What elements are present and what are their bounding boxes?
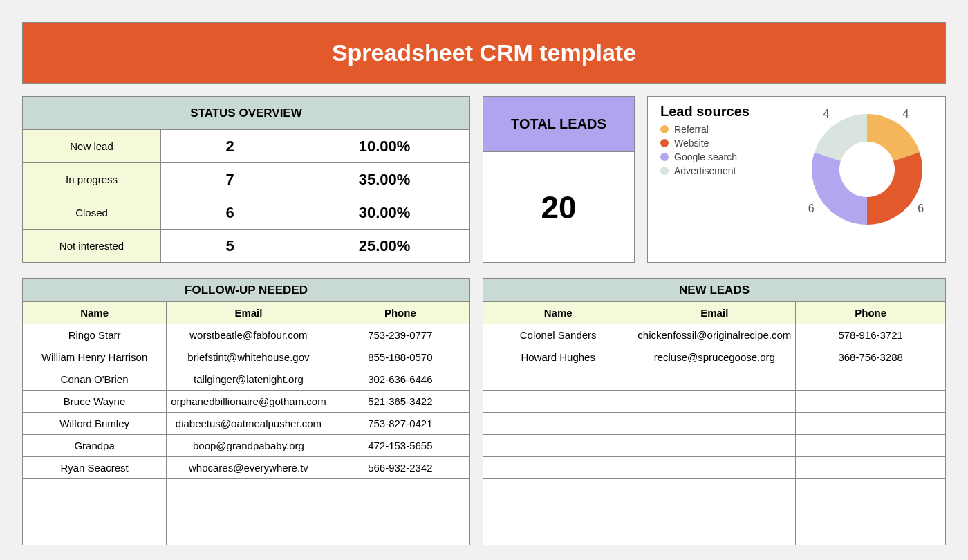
followup-col-phone[interactable]: Phone — [331, 302, 469, 324]
status-row-pct[interactable]: 25.00% — [299, 230, 470, 263]
status-row-label[interactable]: Not interested — [23, 230, 161, 263]
cell-email[interactable]: worstbeatle@fabfour.com — [167, 324, 331, 346]
legend-swatch — [660, 125, 669, 133]
legend-swatch — [660, 139, 669, 147]
cell-phone[interactable]: 578-916-3721 — [796, 324, 946, 346]
status-row-count[interactable]: 7 — [161, 163, 299, 196]
total-leads-card: TOTAL LEADS 20 — [483, 96, 635, 263]
table-row[interactable]: William Henry Harrisonbriefstint@whiteho… — [23, 346, 470, 368]
legend-label: Website — [674, 138, 709, 149]
cell-phone[interactable]: 472-153-5655 — [331, 435, 469, 457]
status-overview-table: STATUS OVERVIEW New lead210.00%In progre… — [22, 96, 470, 263]
newleads-header: NEW LEADS — [483, 279, 946, 302]
cell-name[interactable]: Wilford Brimley — [23, 413, 167, 435]
table-row[interactable]: Bruce Wayneorphanedbillionaire@gotham.co… — [23, 391, 470, 413]
cell-email[interactable]: whocares@everywhere.tv — [167, 457, 331, 479]
table-row-empty[interactable] — [23, 501, 470, 523]
newleads-table: NEW LEADS Name Email Phone Colonel Sande… — [483, 278, 946, 545]
newleads-col-name[interactable]: Name — [483, 302, 633, 324]
table-row-empty[interactable] — [23, 479, 470, 501]
total-leads-header: TOTAL LEADS — [483, 97, 634, 152]
donut-slice — [867, 152, 922, 225]
cell-email[interactable]: briefstint@whitehouse.gov — [167, 346, 331, 368]
followup-table: FOLLOW-UP NEEDED Name Email Phone Ringo … — [22, 278, 470, 545]
status-row-label[interactable]: New lead — [23, 130, 161, 163]
table-row[interactable]: Conan O'Brientallginger@latenight.org302… — [23, 368, 470, 391]
legend-item: Advertisement — [660, 165, 801, 176]
legend-item: Referral — [660, 124, 801, 135]
donut-slice — [867, 114, 920, 161]
table-row[interactable]: Wilford Brimleydiabeetus@oatmealpusher.c… — [23, 413, 470, 435]
cell-email[interactable]: tallginger@latenight.org — [167, 368, 331, 391]
status-row-pct[interactable]: 10.00% — [299, 130, 470, 163]
table-row[interactable]: Colonel Sanderschickenfossil@originalrec… — [483, 324, 946, 346]
table-row-empty[interactable] — [483, 523, 946, 545]
donut-value-label: 4 — [823, 108, 829, 120]
cell-phone[interactable]: 521-365-3422 — [331, 391, 469, 413]
cell-email[interactable]: boop@grandpababy.org — [167, 435, 331, 457]
newleads-col-phone[interactable]: Phone — [796, 302, 946, 324]
table-row-empty[interactable] — [483, 479, 946, 501]
donut-slice — [815, 114, 867, 161]
cell-phone[interactable]: 566-932-2342 — [331, 457, 469, 479]
newleads-col-email[interactable]: Email — [633, 302, 796, 324]
status-row-count[interactable]: 5 — [161, 230, 299, 263]
cell-name[interactable]: Bruce Wayne — [23, 391, 167, 413]
table-row[interactable]: Ryan Seacrestwhocares@everywhere.tv566-9… — [23, 457, 470, 479]
donut-value-label: 4 — [903, 108, 909, 120]
total-leads-value: 20 — [483, 152, 634, 262]
cell-name[interactable]: Colonel Sanders — [483, 324, 633, 346]
legend-swatch — [660, 153, 669, 161]
cell-name[interactable]: Ryan Seacrest — [23, 457, 167, 479]
status-row-label[interactable]: In progress — [23, 163, 161, 196]
cell-phone[interactable]: 302-636-6446 — [331, 368, 469, 391]
status-row-pct[interactable]: 30.00% — [299, 196, 470, 230]
cell-phone[interactable]: 855-188-0570 — [331, 346, 469, 368]
legend-item: Google search — [660, 151, 801, 162]
table-row-empty[interactable] — [483, 501, 946, 523]
donut-slice — [812, 152, 867, 225]
table-row-empty[interactable] — [483, 435, 946, 457]
status-row-count[interactable]: 6 — [161, 196, 299, 230]
followup-col-name[interactable]: Name — [23, 302, 167, 324]
legend-item: Website — [660, 138, 801, 149]
cell-phone[interactable]: 368-756-3288 — [796, 346, 946, 368]
legend-label: Advertisement — [674, 165, 736, 176]
table-row[interactable]: Howard Hughesrecluse@sprucegoose.org368-… — [483, 346, 946, 368]
cell-name[interactable]: Conan O'Brien — [23, 368, 167, 391]
cell-name[interactable]: Howard Hughes — [483, 346, 633, 368]
page-title: Spreadsheet CRM template — [22, 22, 946, 84]
legend-label: Google search — [674, 151, 737, 162]
status-overview-header: STATUS OVERVIEW — [23, 97, 470, 130]
status-row-label[interactable]: Closed — [23, 196, 161, 230]
cell-email[interactable]: diabeetus@oatmealpusher.com — [167, 413, 331, 435]
cell-phone[interactable]: 753-827-0421 — [331, 413, 469, 435]
table-row-empty[interactable] — [483, 368, 946, 391]
legend-label: Referral — [674, 124, 709, 135]
cell-phone[interactable]: 753-239-0777 — [331, 324, 469, 346]
donut-value-label: 6 — [808, 203, 815, 215]
donut-value-label: 6 — [918, 203, 924, 215]
cell-email[interactable]: chickenfossil@originalrecipe.com — [633, 324, 796, 346]
lead-sources-chart: Lead sources ReferralWebsiteGoogle searc… — [647, 96, 946, 263]
table-row[interactable]: Ringo Starrworstbeatle@fabfour.com753-23… — [23, 324, 470, 346]
lead-sources-title: Lead sources — [660, 104, 801, 120]
table-row-empty[interactable] — [23, 523, 470, 545]
cell-name[interactable]: Grandpa — [23, 435, 167, 457]
table-row-empty[interactable] — [483, 457, 946, 479]
cell-name[interactable]: Ringo Starr — [23, 324, 167, 346]
status-row-count[interactable]: 2 — [161, 130, 299, 163]
table-row[interactable]: Grandpaboop@grandpababy.org472-153-5655 — [23, 435, 470, 457]
table-row-empty[interactable] — [483, 391, 946, 413]
table-row-empty[interactable] — [483, 413, 946, 435]
legend-swatch — [660, 167, 669, 175]
status-row-pct[interactable]: 35.00% — [299, 163, 470, 196]
cell-email[interactable]: recluse@sprucegoose.org — [633, 346, 796, 368]
followup-header: FOLLOW-UP NEEDED — [23, 279, 470, 302]
followup-col-email[interactable]: Email — [167, 302, 331, 324]
cell-name[interactable]: William Henry Harrison — [23, 346, 167, 368]
cell-email[interactable]: orphanedbillionaire@gotham.com — [167, 391, 331, 413]
